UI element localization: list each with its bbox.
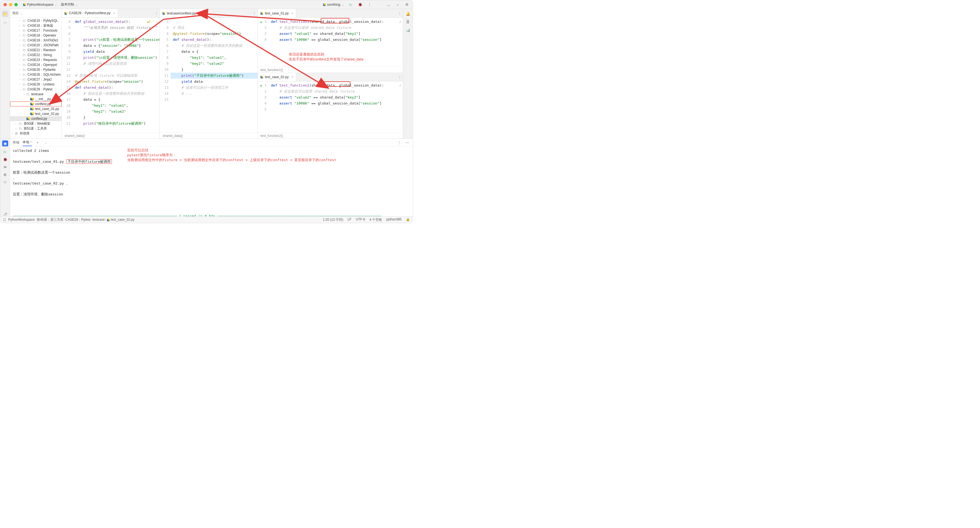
window-controls: [3, 3, 18, 6]
tab-test-case-02[interactable]: test_case_02.py ×: [258, 73, 296, 81]
terminal-output[interactable]: collected 2 items testcase/test_case_01.…: [10, 146, 413, 216]
tree-item[interactable]: ›🗀CASE17：Functools: [10, 28, 62, 33]
tree-item[interactable]: conftest.py: [10, 116, 62, 121]
breadcrumb-root[interactable]: ☐: [3, 218, 6, 222]
notifications-icon[interactable]: 🔔: [406, 11, 410, 16]
tree-item[interactable]: ›🗀CASE16：装饰器: [10, 23, 62, 28]
code-editor[interactable]: ▶ 12345 def test_function2(shared_data, …: [258, 81, 403, 132]
code-with-me-icon[interactable]: ◡: [386, 2, 391, 7]
tree-item[interactable]: ⌄🗀CASE29：Pytest: [10, 87, 62, 92]
vcs-tool-icon[interactable]: ⎇: [3, 212, 8, 216]
search-everywhere-icon[interactable]: ⌕: [395, 2, 400, 7]
close-icon[interactable]: ×: [113, 11, 115, 15]
tree-item[interactable]: ›🗀CASE18：Operator: [10, 33, 62, 38]
run-tool-icon[interactable]: ▷: [3, 149, 8, 154]
terminal-tab-local[interactable]: 本地 ×: [22, 139, 32, 146]
python-icon: [323, 3, 326, 6]
code-editor[interactable]: 23456789101112131415 4 用法@pytest.fixture…: [160, 18, 258, 132]
sciview-icon[interactable]: 📊: [406, 27, 410, 32]
workspace-menu[interactable]: PythonWorkspace ⌄: [23, 3, 57, 6]
structure-tool-icon[interactable]: ⋯: [2, 19, 8, 26]
python-file-icon: [261, 12, 263, 15]
tab-more-icon[interactable]: ⋮: [396, 9, 403, 17]
editor-breadcrumb[interactable]: shared_data(): [62, 132, 159, 138]
services-icon[interactable]: ⊞: [3, 172, 8, 177]
tab-label: test_case_01.py: [265, 11, 288, 15]
tree-item[interactable]: ›🗀CASE25：Pydantic: [10, 67, 62, 72]
terminal-options-icon[interactable]: ⋮: [397, 140, 402, 145]
tree-item[interactable]: ›🗀CASE23：Requests: [10, 57, 62, 62]
code-editor[interactable]: 456789101112131415161718192021 def globa…: [62, 18, 159, 132]
python-file-icon: [65, 12, 67, 15]
vcs-menu[interactable]: 版本控制 ⌄: [61, 2, 78, 7]
code-editor[interactable]: ▶ 1234 def test_function1(shared_data, g…: [258, 18, 403, 67]
tree-item[interactable]: ›🗀CASE19：XmlToDict: [10, 38, 62, 43]
workspace-name: PythonWorkspace: [27, 3, 53, 6]
tree-item[interactable]: ›🗀CASE22：String: [10, 52, 62, 57]
tree-item[interactable]: ›🗀CASE21：Random: [10, 48, 62, 52]
project-panel-header[interactable]: 项目 ⌄: [10, 9, 62, 18]
terminal-dropdown-icon[interactable]: ⌄: [43, 140, 48, 145]
close-window[interactable]: [3, 3, 7, 6]
tree-item[interactable]: test_case_02.py: [10, 111, 62, 116]
tree-item[interactable]: ›🗀CASE26：SQLAlchem: [10, 72, 62, 77]
settings-icon[interactable]: ⚙: [404, 2, 409, 7]
python-console-icon[interactable]: ≫: [3, 164, 8, 169]
titlebar: PythonWorkspace ⌄ 版本控制 ⌄ somthing ⌄ ▷ 🐞 …: [0, 0, 413, 9]
editor-breadcrumb[interactable]: test_function1(): [258, 67, 403, 73]
tree-item[interactable]: ›🗀CASE28：Unittest: [10, 82, 62, 87]
database-icon[interactable]: 🗄: [406, 19, 410, 24]
debug-button[interactable]: 🐞: [358, 2, 363, 7]
debug-tool-icon[interactable]: 🐞: [3, 157, 8, 162]
tree-item[interactable]: ›🗀CASE27：Jinja2: [10, 77, 62, 82]
tree-item[interactable]: __init__.py: [10, 97, 62, 102]
tab-bar: test_case_01.py × ⋮: [258, 9, 403, 18]
tree-item[interactable]: ›⊞外部库: [10, 131, 62, 136]
tab-label: test_case_02.py: [265, 75, 288, 79]
status-breadcrumbs[interactable]: PythonWorkspace›第49课：第三方库›CASE29：Pytest›…: [8, 218, 134, 222]
close-icon[interactable]: ×: [199, 11, 200, 15]
close-icon[interactable]: ×: [291, 11, 293, 15]
editor-area: CASE29：Pytest/conftest.py × ⋮ 4567891011…: [62, 9, 403, 138]
tab-conftest-root[interactable]: CASE29：Pytest/conftest.py ×: [62, 9, 118, 17]
tree-item[interactable]: conftest.py: [10, 102, 62, 107]
tab-more-icon[interactable]: ⋮: [251, 9, 258, 17]
status-bar: ☐ PythonWorkspace›第49课：第三方库›CASE29：Pytes…: [0, 216, 413, 223]
run-config-selector[interactable]: somthing ⌄: [323, 3, 344, 6]
close-icon[interactable]: ×: [291, 75, 293, 79]
hide-terminal-icon[interactable]: —: [405, 140, 410, 145]
tab-conftest-testcase[interactable]: testcase/conftest.py ×: [160, 9, 204, 17]
line-ending[interactable]: LF: [348, 218, 352, 222]
editor-breadcrumb[interactable]: test_function2(): [258, 132, 403, 138]
inspection-ok-icon: ✓: [399, 19, 401, 25]
caret-position[interactable]: 1:20 (13 字符): [323, 218, 343, 222]
tree-item[interactable]: ⌄🗀testcase: [10, 92, 62, 97]
lock-icon[interactable]: 🔒: [406, 218, 410, 222]
terminal-tab-main[interactable]: 终端: [13, 139, 19, 146]
minimize-window[interactable]: [9, 3, 12, 6]
chevron-down-icon: ⌄: [75, 3, 78, 6]
more-actions[interactable]: ⋮: [367, 2, 372, 7]
tree-item[interactable]: ›🗀CASE24：Openpyxl: [10, 62, 62, 67]
maximize-window[interactable]: [14, 3, 18, 6]
inspection-summary[interactable]: ▲1 ⌃ ⌄: [147, 19, 158, 25]
run-button[interactable]: ▷: [348, 2, 353, 7]
terminal-tool-icon[interactable]: ▣: [2, 140, 8, 146]
problems-icon[interactable]: ⬭: [3, 180, 8, 184]
tab-test-case-01[interactable]: test_case_01.py ×: [258, 9, 296, 17]
tree-item[interactable]: test_case_01.py: [10, 107, 62, 111]
tree-item[interactable]: ›🗀CASE15：PyMySQL: [10, 18, 62, 23]
interpreter[interactable]: python385: [386, 218, 401, 222]
indent-setting[interactable]: 4 个空格: [369, 218, 382, 222]
tab-more-icon[interactable]: ⋮: [396, 73, 403, 81]
inspection-ok-icon: ✓: [399, 83, 401, 89]
add-terminal-icon[interactable]: +: [35, 140, 40, 145]
editor-breadcrumb[interactable]: shared_data(): [160, 132, 258, 138]
tree-item[interactable]: ›🗀第50课：Web框架: [10, 121, 62, 126]
project-tool-icon[interactable]: 📁: [2, 11, 8, 17]
file-encoding[interactable]: UTF-8: [356, 218, 365, 222]
project-tree[interactable]: ›🗀CASE15：PyMySQL›🗀CASE16：装饰器›🗀CASE17：Fun…: [10, 18, 62, 138]
tree-item[interactable]: ›🗀CASE20：JSONPath: [10, 43, 62, 48]
tab-more-icon[interactable]: ⋮: [153, 9, 159, 17]
tree-item[interactable]: ›🗀第51课：工具类: [10, 126, 62, 131]
